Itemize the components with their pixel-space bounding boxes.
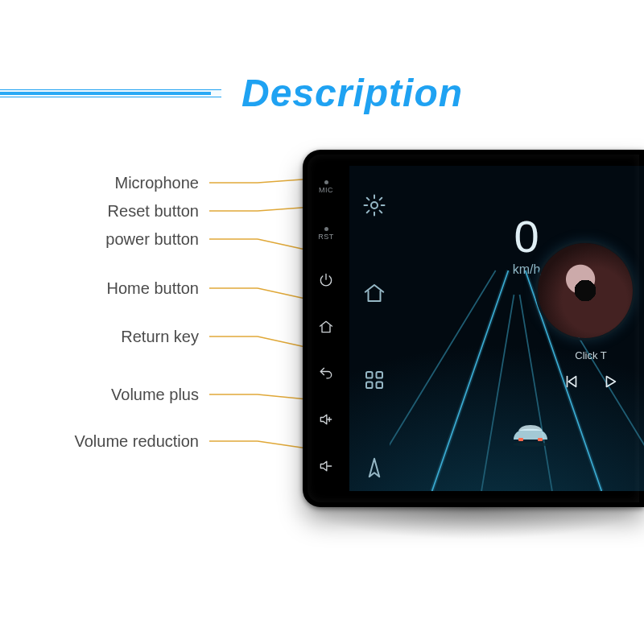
hw-reset: RST [318, 211, 334, 258]
soft-home-button[interactable] [362, 281, 386, 305]
label-volume-plus: Volume plus [111, 386, 199, 404]
skip-back-icon [563, 373, 580, 390]
label-reset-button: Reset button [108, 202, 199, 221]
hw-microphone: MIC [319, 164, 333, 211]
soft-apps-button[interactable] [362, 368, 386, 392]
play-icon [601, 373, 619, 390]
label-volume-reduction: Volume reduction [74, 432, 199, 451]
device-screen[interactable]: 0 km/h Click T [349, 166, 644, 491]
label-power-button: power button [105, 230, 199, 249]
hw-power-button[interactable] [318, 257, 334, 303]
svg-rect-18 [377, 382, 383, 389]
compass-icon [362, 456, 386, 480]
svg-rect-17 [366, 382, 373, 389]
gear-icon [362, 193, 386, 217]
hw-volume-up-button[interactable] [318, 397, 334, 444]
description-banner: Description [0, 71, 644, 116]
hw-return-button[interactable] [318, 350, 334, 397]
hw-volume-down-button[interactable] [318, 443, 334, 489]
svg-rect-16 [377, 372, 383, 378]
home-icon [318, 319, 334, 335]
svg-rect-21 [538, 438, 543, 441]
mic-caption: MIC [319, 186, 333, 194]
label-home-button: Home button [106, 279, 199, 298]
svg-point-14 [371, 202, 378, 208]
soft-navigate-button[interactable] [362, 456, 386, 480]
return-icon [318, 365, 334, 382]
volume-plus-icon [318, 411, 334, 427]
power-icon [318, 272, 334, 288]
device-shadow [303, 507, 644, 539]
svg-rect-15 [366, 372, 373, 378]
now-playing-caption: Click T [538, 349, 644, 361]
soft-button-rail [356, 193, 393, 480]
label-microphone: Microphone [114, 174, 199, 192]
rst-caption: RST [318, 233, 334, 241]
play-pause-button[interactable] [601, 373, 619, 394]
banner-title: Description [242, 71, 463, 115]
banner-bar-inner [0, 92, 211, 95]
home-outline-icon [362, 281, 386, 305]
hw-home-button[interactable] [318, 303, 334, 350]
soft-settings-button[interactable] [362, 193, 386, 217]
apps-grid-icon [362, 368, 386, 392]
album-art[interactable] [538, 243, 633, 338]
now-playing-card: Click T [538, 243, 644, 394]
prev-track-button[interactable] [563, 373, 580, 394]
svg-point-19 [513, 442, 548, 447]
reset-hole-icon [324, 227, 328, 231]
label-return-key: Return key [121, 328, 199, 346]
svg-rect-20 [518, 438, 523, 441]
playback-controls [538, 373, 644, 394]
hardware-button-strip: MIC RST [303, 150, 349, 507]
car-stereo-device: MIC RST [303, 150, 644, 507]
ego-car-icon [509, 420, 552, 448]
mic-hole-icon [324, 180, 328, 184]
volume-minus-icon [318, 458, 334, 474]
